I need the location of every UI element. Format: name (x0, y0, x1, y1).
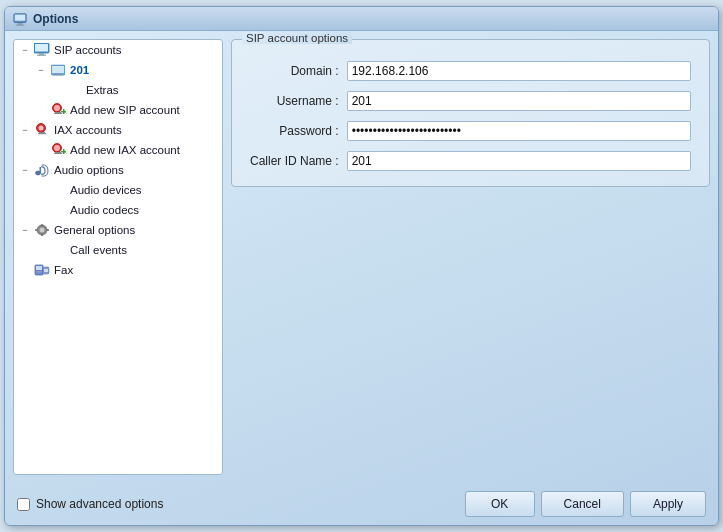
domain-row: Domain : (246, 56, 695, 86)
svg-rect-39 (36, 273, 42, 274)
svg-rect-24 (55, 152, 61, 153)
icon-audio-devices (50, 182, 66, 198)
password-field-cell (343, 116, 695, 146)
callerid-field-cell (343, 146, 695, 176)
username-field-cell (343, 86, 695, 116)
tree-label-audio-devices: Audio devices (68, 184, 142, 196)
icon-iax-accounts (34, 122, 50, 138)
cancel-button[interactable]: Cancel (541, 491, 624, 517)
svg-rect-38 (36, 271, 42, 272)
domain-input[interactable] (347, 61, 691, 81)
sip-form-table: Domain : Username : Password : (246, 56, 695, 176)
tree-item-audio-options[interactable]: − Audio options (14, 160, 222, 180)
tree-label-audio-codecs: Audio codecs (68, 204, 139, 216)
tree-item-add-sip[interactable]: Add new SIP account (14, 100, 222, 120)
tree-item-general-options[interactable]: − General options (14, 220, 222, 240)
svg-rect-15 (54, 113, 62, 114)
tree-item-iax-accounts[interactable]: − IAX accounts (14, 120, 222, 140)
expander-audio-codecs (34, 203, 48, 217)
tree-panel: − SIP accounts − (13, 39, 223, 475)
svg-rect-29 (40, 167, 42, 174)
icon-audio-codecs (50, 202, 66, 218)
icon-201 (50, 62, 66, 78)
svg-rect-5 (35, 44, 48, 52)
tree-item-fax[interactable]: Fax (14, 260, 222, 280)
icon-call-events (50, 242, 66, 258)
svg-rect-37 (36, 266, 42, 270)
expander-audio-options[interactable]: − (18, 163, 32, 177)
domain-field-cell (343, 56, 695, 86)
tree-item-audio-devices[interactable]: Audio devices (14, 180, 222, 200)
password-label: Password : (246, 116, 343, 146)
expander-iax-accounts[interactable]: − (18, 123, 32, 137)
tree-label-call-events: Call events (68, 244, 127, 256)
svg-rect-34 (35, 229, 38, 230)
expander-general-options[interactable]: − (18, 223, 32, 237)
sip-group-legend: SIP account options (242, 32, 352, 44)
tree-label-201: 201 (68, 64, 89, 76)
svg-rect-14 (55, 112, 61, 113)
svg-rect-32 (41, 224, 42, 227)
show-advanced-section: Show advanced options (17, 497, 465, 511)
tree-label-add-sip: Add new SIP account (68, 104, 180, 116)
svg-point-13 (54, 105, 60, 111)
svg-rect-27 (63, 149, 65, 154)
tree-label-fax: Fax (52, 264, 73, 276)
icon-add-iax (50, 142, 66, 158)
username-input[interactable] (347, 91, 691, 111)
icon-audio-options (34, 162, 50, 178)
window-title: Options (33, 12, 78, 26)
svg-rect-33 (41, 234, 42, 237)
domain-label: Domain : (246, 56, 343, 86)
svg-rect-10 (55, 73, 61, 74)
icon-fax (34, 262, 50, 278)
callerid-input[interactable] (347, 151, 691, 171)
svg-rect-11 (53, 74, 63, 75)
tree-item-add-iax[interactable]: Add new IAX account (14, 140, 222, 160)
expander-fax (18, 263, 32, 277)
options-window: Options − SIP accounts (4, 6, 719, 526)
svg-rect-7 (37, 55, 46, 56)
title-bar: Options (5, 7, 718, 31)
callerid-row: Caller ID Name : (246, 146, 695, 176)
show-advanced-label: Show advanced options (36, 497, 163, 511)
tree-item-call-events[interactable]: Call events (14, 240, 222, 260)
svg-rect-1 (15, 14, 26, 20)
expander-sip-accounts[interactable]: − (18, 43, 32, 57)
username-label: Username : (246, 86, 343, 116)
svg-rect-35 (47, 229, 50, 230)
tree-item-sip-accounts[interactable]: − SIP accounts (14, 40, 222, 60)
username-row: Username : (246, 86, 695, 116)
svg-rect-41 (44, 269, 48, 272)
tree-label-sip-accounts: SIP accounts (52, 44, 122, 56)
icon-extras (66, 82, 82, 98)
svg-point-23 (54, 145, 60, 151)
expander-extras (50, 83, 64, 97)
ok-button[interactable]: OK (465, 491, 535, 517)
expander-201[interactable]: − (34, 63, 48, 77)
sip-account-options-group: SIP account options Domain : Username : (231, 39, 710, 187)
right-panel: SIP account options Domain : Username : (231, 39, 710, 475)
password-row: Password : (246, 116, 695, 146)
tree-item-201[interactable]: − 201 (14, 60, 222, 80)
tree-item-extras[interactable]: Extras (14, 80, 222, 100)
window-icon (13, 12, 27, 26)
icon-general-options (34, 222, 50, 238)
svg-rect-9 (52, 66, 64, 73)
tree-label-audio-options: Audio options (52, 164, 124, 176)
expander-add-iax (34, 143, 48, 157)
svg-rect-20 (39, 132, 45, 133)
svg-rect-21 (38, 133, 46, 134)
password-input[interactable] (347, 121, 691, 141)
tree-label-extras: Extras (84, 84, 119, 96)
icon-sip-accounts (34, 42, 50, 58)
expander-add-sip (34, 103, 48, 117)
callerid-label: Caller ID Name : (246, 146, 343, 176)
apply-button[interactable]: Apply (630, 491, 706, 517)
icon-add-sip (50, 102, 66, 118)
tree-item-audio-codecs[interactable]: Audio codecs (14, 200, 222, 220)
svg-point-19 (39, 126, 44, 131)
svg-rect-17 (63, 109, 65, 114)
show-advanced-checkbox[interactable] (17, 498, 30, 511)
expander-call-events (34, 243, 48, 257)
